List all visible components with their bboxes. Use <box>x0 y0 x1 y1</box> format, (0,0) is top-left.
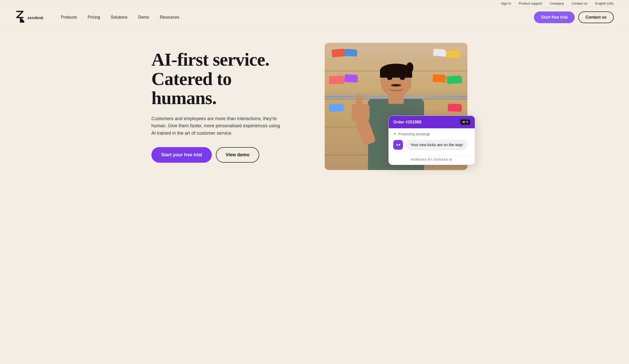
chat-processing-row: ✦ Processing exchange <box>393 132 470 136</box>
nav-contact-button[interactable]: Contact us <box>578 11 614 23</box>
person-fist <box>352 104 370 121</box>
chat-order-number: Order #201988 <box>393 120 421 124</box>
utility-bar: Sign in Product support Company Contact … <box>0 0 629 7</box>
person-eye-left <box>387 77 392 80</box>
avatar-dot-1 <box>396 144 398 146</box>
hero-subtext: Customers and employees are more than in… <box>151 115 284 137</box>
person-mustache <box>391 84 401 87</box>
hero-trial-button[interactable]: Start your free trial <box>151 147 212 163</box>
chat-avatar-dots <box>396 144 400 146</box>
chat-widget-header: Order #201988 AI ✦ <box>389 116 475 128</box>
chat-ai-badge: AI ✦ <box>460 119 470 125</box>
nav-products[interactable]: Products <box>56 13 82 22</box>
chat-widget-footer: POWERED BY ZENDESK AI <box>389 156 475 165</box>
chat-bot-avatar <box>393 140 403 150</box>
utility-company-link[interactable]: Company <box>550 2 564 5</box>
chat-widget: Order #201988 AI ✦ ✦ Processing exchange… <box>388 116 475 165</box>
hero-cta-group: Start your free trial View demo <box>151 147 309 163</box>
shoe-5 <box>329 76 344 84</box>
chat-message-bubble: Your new kicks are on the way! <box>406 139 468 150</box>
shoe-4 <box>433 49 446 57</box>
nav-pricing[interactable]: Pricing <box>83 13 105 22</box>
shoe-2 <box>345 49 358 57</box>
shoe-10 <box>448 104 462 112</box>
nav-demo[interactable]: Demo <box>134 13 154 22</box>
chat-widget-body: ✦ Processing exchange Your new kicks are… <box>389 128 475 153</box>
hero-heading: AI-first service. Catered to humans. <box>151 50 309 108</box>
chat-message-row: Your new kicks are on the way! <box>393 139 470 150</box>
shoe-7 <box>447 75 462 84</box>
shoe-9 <box>329 104 344 112</box>
logo-wordmark: zendesk <box>28 16 44 20</box>
person-thumb <box>356 95 363 106</box>
hero-demo-button[interactable]: View demo <box>216 147 259 163</box>
hero-left-content: AI-first service. Catered to humans. Cus… <box>151 50 309 163</box>
hero-heading-line1: AI-first service. <box>151 49 269 70</box>
nav-actions: Start free trial Contact us <box>534 11 614 23</box>
main-nav: zendesk Products Pricing Solutions Demo … <box>0 7 629 27</box>
shoe-6 <box>345 74 358 82</box>
utility-product-support-link[interactable]: Product support <box>519 2 542 5</box>
shoe-1 <box>332 49 346 58</box>
nav-resources[interactable]: Resources <box>155 13 184 22</box>
shoe-3 <box>446 50 460 59</box>
nav-links: Products Pricing Solutions Demo Resource… <box>56 13 534 22</box>
shoe-8 <box>433 74 446 83</box>
utility-signin-link[interactable]: Sign in <box>501 2 511 5</box>
nav-start-trial-button[interactable]: Start free trial <box>534 11 575 23</box>
person-hair-bun <box>406 62 413 73</box>
hero-heading-line2: Catered to <box>151 69 232 89</box>
person-arm-group <box>350 104 376 145</box>
hero-section: AI-first service. Catered to humans. Cus… <box>136 27 493 190</box>
avatar-dot-2 <box>399 144 400 146</box>
processing-icon: ✦ <box>393 132 396 136</box>
nav-solutions[interactable]: Solutions <box>106 13 132 22</box>
person-eye-right <box>400 77 405 80</box>
chat-processing-label: Processing exchange <box>398 132 430 136</box>
logo-icon <box>15 9 28 25</box>
person-head <box>381 64 411 96</box>
utility-contact-link[interactable]: Contact us <box>572 2 587 5</box>
logo-link[interactable]: zendesk <box>15 9 44 25</box>
hero-right-content: Order #201988 AI ✦ ✦ Processing exchange… <box>325 43 467 170</box>
utility-language-link[interactable]: English (UK) <box>595 2 614 5</box>
hero-heading-line3: humans. <box>151 88 216 108</box>
